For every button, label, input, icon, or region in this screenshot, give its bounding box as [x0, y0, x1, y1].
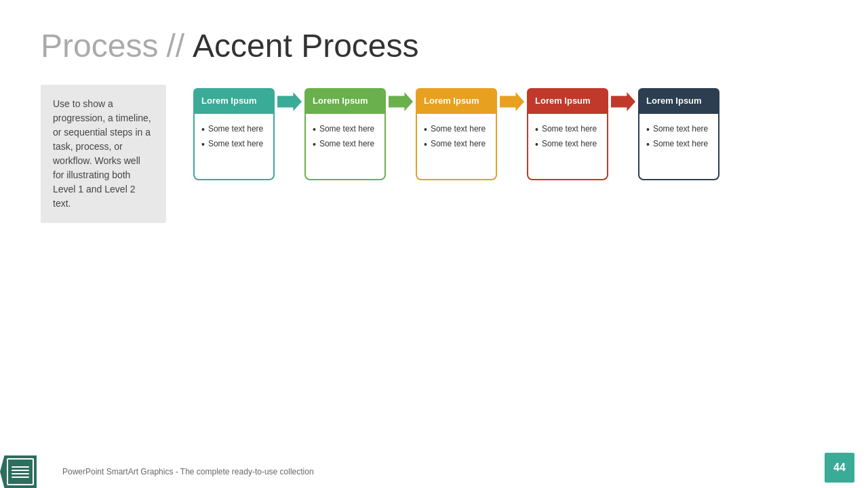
- footer-doc-icon: [7, 458, 34, 485]
- arrow-1: [277, 88, 302, 111]
- arrow-shape-3: [500, 92, 524, 111]
- footer-icon-wrapper: [0, 455, 37, 488]
- arrow-shape-1: [277, 92, 302, 111]
- arrow-3: [500, 88, 524, 111]
- arrow-shape-4: [611, 92, 635, 111]
- step-5-item-2: Some text here: [646, 137, 711, 152]
- step-2-body: Some text hereSome text here: [304, 113, 386, 180]
- step-4-item-1: Some text here: [535, 122, 600, 137]
- step-4-header: Lorem Ipsum: [527, 88, 608, 113]
- footer-text: PowerPoint SmartArt Graphics - The compl…: [62, 467, 314, 476]
- step-5-item-1: Some text here: [646, 122, 711, 137]
- arrow-2: [389, 88, 413, 111]
- page-header: Process // Accent Process: [0, 0, 868, 78]
- arrow-shape-2: [389, 92, 413, 111]
- step-3: Lorem IpsumSome text hereSome text here: [416, 88, 497, 180]
- step-3-item-1: Some text here: [424, 122, 489, 137]
- step-5-header: Lorem Ipsum: [638, 88, 719, 113]
- step-3-body: Some text hereSome text here: [416, 113, 497, 180]
- doc-line-4: [12, 476, 29, 478]
- header-title: Accent Process: [193, 27, 418, 64]
- step-2-header: Lorem Ipsum: [304, 88, 386, 113]
- header-separator: //: [166, 27, 184, 64]
- arrow-4: [611, 88, 635, 111]
- step-5: Lorem IpsumSome text hereSome text here: [638, 88, 719, 180]
- header-light: Process: [41, 27, 158, 64]
- step-1-item-2: Some text here: [201, 137, 267, 152]
- process-steps: Lorem IpsumSome text hereSome text hereL…: [193, 85, 827, 223]
- step-1: Lorem IpsumSome text hereSome text here: [193, 88, 275, 180]
- doc-line-1: [12, 466, 29, 468]
- step-2: Lorem IpsumSome text hereSome text here: [304, 88, 386, 180]
- description-box: Use to show a progression, a timeline, o…: [41, 85, 166, 223]
- doc-line-2: [12, 470, 29, 471]
- page-number: 44: [825, 453, 854, 483]
- footer: PowerPoint SmartArt Graphics - The compl…: [0, 455, 868, 488]
- step-4: Lorem IpsumSome text hereSome text here: [527, 88, 608, 180]
- step-1-body: Some text hereSome text here: [193, 113, 275, 180]
- step-1-item-1: Some text here: [201, 122, 267, 137]
- step-4-item-2: Some text here: [535, 137, 600, 152]
- main-content: Use to show a progression, a timeline, o…: [0, 78, 868, 223]
- step-5-body: Some text hereSome text here: [638, 113, 719, 180]
- step-3-item-2: Some text here: [424, 137, 489, 152]
- description-text: Use to show a progression, a timeline, o…: [53, 98, 151, 209]
- step-2-item-2: Some text here: [313, 137, 378, 152]
- doc-line-3: [12, 473, 29, 474]
- step-3-header: Lorem Ipsum: [416, 88, 497, 113]
- step-4-body: Some text hereSome text here: [527, 113, 608, 180]
- step-1-header: Lorem Ipsum: [193, 88, 275, 113]
- step-2-item-1: Some text here: [313, 122, 378, 137]
